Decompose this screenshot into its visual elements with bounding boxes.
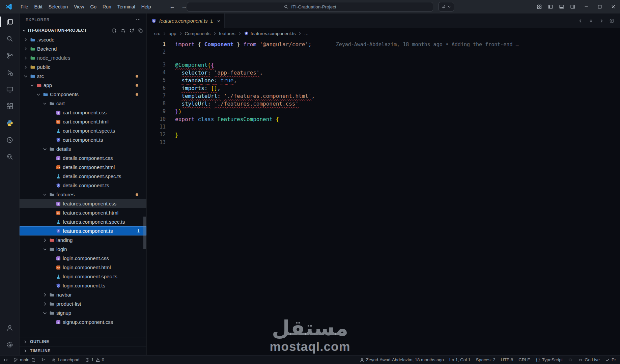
folder-product-list[interactable]: product-list bbox=[20, 299, 146, 308]
folder-features[interactable]: features bbox=[20, 190, 146, 199]
file-features.component.css[interactable]: #features.component.css bbox=[20, 199, 146, 208]
activity-search[interactable] bbox=[0, 30, 19, 47]
project-root[interactable]: ITI-GRADUATION-PROJECT bbox=[20, 26, 146, 35]
customize-layout-icon[interactable] bbox=[537, 4, 542, 9]
history-back-icon[interactable]: ← bbox=[169, 3, 175, 10]
status-encoding[interactable]: UTF-8 bbox=[501, 357, 513, 362]
status-copilot[interactable] bbox=[568, 358, 573, 362]
minimize-button[interactable] bbox=[580, 0, 593, 13]
folder-cart[interactable]: cart bbox=[20, 99, 146, 108]
code-line-12[interactable]: 12} bbox=[147, 131, 620, 139]
folder-landing[interactable]: landing bbox=[20, 235, 146, 245]
menu-file[interactable]: File bbox=[18, 2, 31, 11]
folder-src[interactable]: src bbox=[20, 72, 146, 81]
file-details.component.spec.ts[interactable]: details.component.spec.ts bbox=[20, 172, 146, 181]
code-line-1[interactable]: 1import { Component } from '@angular/cor… bbox=[147, 40, 620, 48]
file-features.component.spec.ts[interactable]: features.component.spec.ts bbox=[20, 217, 146, 226]
status-scm-graph[interactable] bbox=[41, 358, 46, 362]
breadcrumb-more[interactable]: … bbox=[304, 31, 309, 36]
toggle-primary-sidebar-icon[interactable] bbox=[548, 4, 553, 9]
status-remote-indicator[interactable] bbox=[3, 358, 8, 362]
status-indentation[interactable]: Spaces: 2 bbox=[476, 357, 496, 362]
menu-help[interactable]: Help bbox=[138, 2, 154, 11]
new-folder-icon[interactable] bbox=[120, 28, 125, 33]
folder-signup[interactable]: signup bbox=[20, 308, 146, 317]
code-line-13[interactable]: 13 bbox=[147, 139, 620, 146]
tab-features-component-ts[interactable]: A features.component.ts 1 × bbox=[147, 13, 225, 28]
status-launchpad[interactable]: Launchpad bbox=[51, 357, 79, 362]
status-git-branch[interactable]: main bbox=[13, 357, 36, 362]
code-line-11[interactable]: 11 bbox=[147, 123, 620, 131]
command-center-search[interactable]: ITI-Graduation-Project bbox=[187, 2, 433, 11]
folder-Backend[interactable]: Backend bbox=[20, 44, 146, 53]
editor-nav-back-icon[interactable] bbox=[578, 18, 583, 24]
file-cart.component.ts[interactable]: Acart.component.ts bbox=[20, 135, 146, 144]
code-line-3[interactable]: 3@Component({ bbox=[147, 61, 620, 69]
folder-details[interactable]: details bbox=[20, 144, 146, 153]
file-cart.component.html[interactable]: <>cart.component.html bbox=[20, 117, 146, 126]
more-actions-icon[interactable] bbox=[136, 17, 141, 22]
folder-login[interactable]: login bbox=[20, 245, 146, 254]
menu-selection[interactable]: Selection bbox=[46, 2, 71, 11]
breadcrumb-file[interactable]: features.component.ts bbox=[251, 31, 296, 36]
command-center-menu[interactable] bbox=[439, 2, 454, 11]
folder-app[interactable]: app bbox=[20, 81, 146, 90]
activity-remote-explorer[interactable] bbox=[0, 81, 19, 98]
file-cart.component.spec.ts[interactable]: cart.component.spec.ts bbox=[20, 126, 146, 135]
code-line-8[interactable]: 8 styleUrl: './features.component.css' bbox=[147, 100, 620, 108]
refresh-explorer-icon[interactable] bbox=[129, 28, 134, 33]
close-tab-icon[interactable]: × bbox=[217, 19, 220, 24]
maximize-button[interactable] bbox=[593, 0, 607, 13]
status-git-blame[interactable]: Zeyad-Awad-Abdelazim, 18 months ago bbox=[360, 357, 444, 362]
activity-accounts[interactable] bbox=[0, 319, 19, 336]
activity-run-and-debug[interactable] bbox=[0, 64, 19, 81]
breadcrumb-item[interactable]: features bbox=[219, 31, 235, 36]
menu-run[interactable]: Run bbox=[100, 2, 114, 11]
activity-extensions[interactable] bbox=[0, 98, 19, 115]
folder-Components[interactable]: Components bbox=[20, 90, 146, 99]
menu-view[interactable]: View bbox=[71, 2, 87, 11]
file-login.component.ts[interactable]: Alogin.component.ts bbox=[20, 281, 146, 290]
code-line-2[interactable]: 2 bbox=[147, 48, 620, 56]
folder-navbar[interactable]: navbar bbox=[20, 290, 146, 299]
activity-python[interactable] bbox=[0, 115, 19, 132]
menu-go[interactable]: Go bbox=[87, 2, 100, 11]
editor-nav-dot-icon[interactable] bbox=[588, 18, 594, 24]
status-problems[interactable]: 10 bbox=[85, 357, 104, 362]
section-timeline[interactable]: TIMELINE bbox=[20, 346, 146, 355]
breadcrumb-item[interactable]: app bbox=[169, 31, 176, 36]
breadcrumb-item[interactable]: src bbox=[154, 31, 160, 36]
code-line-9[interactable]: 9}) bbox=[147, 108, 620, 115]
section-outline[interactable]: OUTLINE bbox=[20, 337, 146, 346]
editor-run-icon[interactable] bbox=[609, 18, 615, 24]
toggle-secondary-sidebar-icon[interactable] bbox=[570, 4, 575, 9]
breadcrumb-item[interactable]: Components bbox=[185, 31, 211, 36]
file-features.component.ts[interactable]: Afeatures.component.ts1 bbox=[20, 226, 146, 235]
folder-node_modules[interactable]: node_modules bbox=[20, 53, 146, 62]
file-login.component.spec.ts[interactable]: login.component.spec.ts bbox=[20, 272, 146, 281]
status-cursor-position[interactable]: Ln 1, Col 1 bbox=[449, 357, 471, 362]
history-forward-icon[interactable]: → bbox=[181, 3, 187, 10]
activity-settings[interactable] bbox=[0, 336, 19, 353]
menu-terminal[interactable]: Terminal bbox=[114, 2, 138, 11]
file-cart.component.css[interactable]: #cart.component.css bbox=[20, 108, 146, 117]
new-file-icon[interactable] bbox=[112, 28, 117, 33]
file-signup.component.css[interactable]: #signup.component.css bbox=[20, 317, 146, 327]
activity-source-control[interactable] bbox=[0, 47, 19, 64]
file-details.component.html[interactable]: <>details.component.html bbox=[20, 163, 146, 172]
activity-explorer[interactable] bbox=[0, 13, 19, 30]
file-login.component.css[interactable]: #login.component.css bbox=[20, 254, 146, 263]
activity-live-share[interactable] bbox=[0, 132, 19, 148]
collapse-folders-icon[interactable] bbox=[138, 28, 143, 33]
file-details.component.ts[interactable]: Adetails.component.ts bbox=[20, 181, 146, 190]
status-go-live[interactable]: Go Live bbox=[578, 357, 600, 362]
file-features.component.html[interactable]: <>features.component.html bbox=[20, 208, 146, 217]
folder-.vscode[interactable]: .vscode bbox=[20, 35, 146, 44]
file-login.component.html[interactable]: <>login.component.html bbox=[20, 263, 146, 272]
status-eol[interactable]: CRLF bbox=[518, 357, 530, 362]
file-details.component.css[interactable]: #details.component.css bbox=[20, 153, 146, 163]
activity-code-search[interactable] bbox=[0, 148, 19, 165]
sidebar-scrollbar[interactable] bbox=[143, 217, 146, 249]
code-line-6[interactable]: 6 imports: [], bbox=[147, 84, 620, 92]
editor-nav-forward-icon[interactable] bbox=[599, 18, 604, 24]
